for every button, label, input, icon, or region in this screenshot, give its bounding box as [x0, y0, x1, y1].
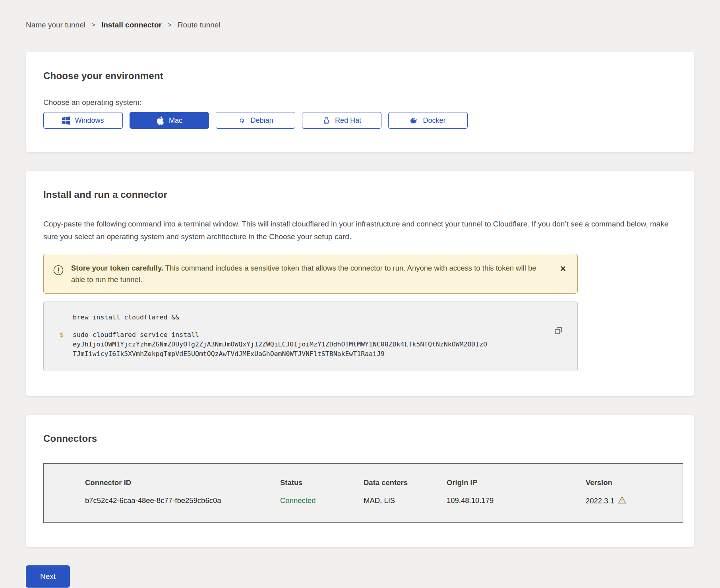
os-button-label: Red Hat — [335, 116, 361, 125]
command-token-line-1: eyJhIjoiOWM1YjczYzhmZGNmZDUyOTg2ZjA3NmJm… — [73, 340, 487, 349]
command-text: brew install cloudflared && — [73, 313, 179, 322]
prompt-spacer — [60, 313, 65, 322]
os-button-redhat[interactable]: Red Hat — [302, 112, 381, 129]
version-value-cell: 2022.3.1 — [586, 496, 675, 506]
breadcrumb-separator: > — [168, 21, 172, 29]
os-button-label: Debian — [250, 116, 273, 125]
status-value: Connected — [280, 496, 364, 506]
close-icon[interactable]: ✕ — [557, 265, 569, 273]
breadcrumb-separator: > — [91, 21, 95, 29]
os-button-label: Docker — [423, 116, 445, 125]
breadcrumb-install-connector: Install connector — [101, 21, 162, 29]
version-value: 2022.3.1 — [586, 497, 614, 505]
column-header-data-centers: Data centers — [364, 478, 447, 487]
column-header-version: Version — [586, 478, 675, 487]
command-line: brew install cloudflared && — [60, 313, 542, 322]
warning-message-bold: Store your token carefully. — [71, 264, 163, 272]
os-button-docker[interactable]: Docker — [388, 112, 468, 129]
os-button-label: Windows — [75, 116, 104, 125]
column-header-origin-ip: Origin IP — [447, 478, 586, 487]
windows-icon — [62, 116, 70, 125]
origin-ip-value: 109.48.10.179 — [447, 496, 586, 506]
table-header-row: Connector ID Status Data centers Origin … — [85, 478, 675, 487]
docker-whale-icon — [410, 116, 418, 125]
environment-card-title: Choose your environment — [43, 70, 677, 81]
os-chooser-label: Choose an operating system: — [43, 98, 677, 107]
connector-id-value: b7c52c42-6caa-48ee-8c77-fbe259cb6c0a — [85, 496, 280, 506]
table-row: b7c52c42-6caa-48ee-8c77-fbe259cb6c0a Con… — [85, 496, 675, 506]
alert-circle-icon — [53, 265, 64, 279]
debian-swirl-icon — [238, 116, 246, 125]
connectors-card-title: Connectors — [43, 433, 677, 444]
install-connector-card: Install and run a connector Copy-paste t… — [26, 170, 694, 396]
choose-environment-card: Choose your environment Choose an operat… — [26, 52, 694, 152]
command-text: sudo cloudflared service install eyJhIjo… — [73, 330, 487, 359]
command-token-line-2: TJmIiwicyI6Ik5XVmhZekpqTmpVdE5UQmtOQzAwT… — [73, 349, 487, 359]
warning-message: Store your token carefully. This command… — [71, 262, 546, 285]
linux-penguin-icon — [322, 116, 331, 125]
os-button-label: Mac — [169, 116, 182, 125]
install-card-title: Install and run a connector — [43, 189, 677, 200]
command-line: $ sudo cloudflared service install eyJhI… — [60, 330, 542, 359]
command-sudo-line: sudo cloudflared service install — [73, 330, 487, 340]
column-header-connector-id: Connector ID — [85, 478, 280, 487]
next-button[interactable]: Next — [26, 565, 70, 588]
version-warning-icon[interactable] — [618, 496, 626, 506]
os-button-debian[interactable]: Debian — [216, 112, 295, 129]
column-header-status: Status — [280, 478, 364, 487]
os-button-mac[interactable]: Mac — [130, 112, 209, 129]
os-button-row: Windows Mac Debian Red Hat — [43, 112, 677, 129]
shell-prompt: $ — [60, 330, 65, 359]
token-warning-banner: Store your token carefully. This command… — [43, 254, 578, 294]
data-centers-value: MAD, LIS — [364, 496, 447, 506]
connectors-card: Connectors Connector ID Status Data cent… — [26, 414, 694, 547]
install-command-block: brew install cloudflared && $ sudo cloud… — [43, 302, 578, 371]
connectors-table: Connector ID Status Data centers Origin … — [43, 463, 683, 523]
breadcrumb: Name your tunnel > Install connector > R… — [26, 0, 694, 29]
copy-icon[interactable] — [554, 327, 563, 337]
apple-icon — [156, 116, 165, 125]
install-description: Copy-paste the following command into a … — [43, 218, 677, 243]
breadcrumb-route-tunnel: Route tunnel — [178, 21, 221, 29]
os-button-windows[interactable]: Windows — [43, 112, 123, 129]
tunnel-setup-page: Name your tunnel > Install connector > R… — [0, 0, 720, 588]
breadcrumb-name-your-tunnel[interactable]: Name your tunnel — [26, 21, 85, 29]
